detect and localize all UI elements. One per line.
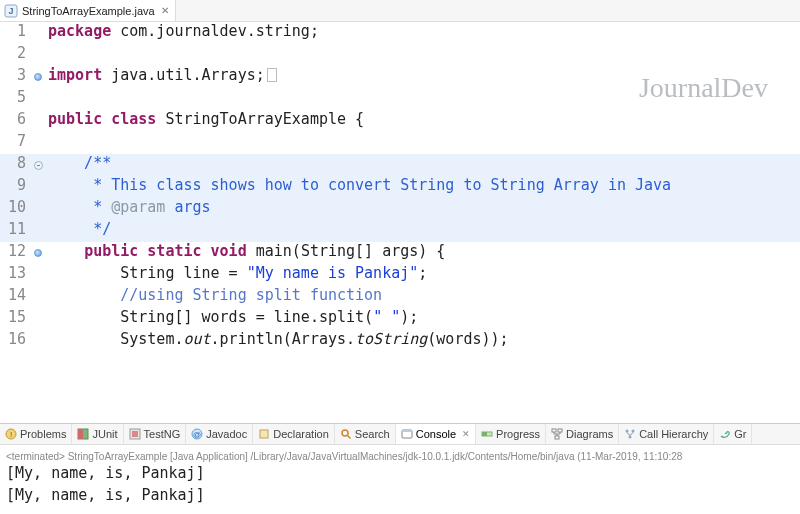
panel-tab-declaration[interactable]: Declaration bbox=[253, 424, 335, 444]
svg-point-10 bbox=[342, 430, 348, 436]
gutter-line-number: 13 bbox=[0, 264, 32, 286]
code-text: import java.util.Arrays; bbox=[44, 66, 800, 88]
svg-point-19 bbox=[626, 430, 629, 433]
gutter-marker bbox=[32, 330, 44, 352]
code-line[interactable]: 12 public static void main(String[] args… bbox=[0, 242, 800, 264]
panel-tab-console[interactable]: Console✕ bbox=[396, 424, 476, 444]
gutter-marker bbox=[32, 132, 44, 154]
gutter-line-number: 8 bbox=[0, 154, 32, 176]
panel-tab-label: JUnit bbox=[92, 428, 117, 440]
gutter-marker bbox=[32, 176, 44, 198]
code-line[interactable]: 5 bbox=[0, 88, 800, 110]
override-marker-icon bbox=[34, 249, 42, 257]
fold-icon[interactable] bbox=[34, 161, 43, 170]
console-line: [My, name, is, Pankaj] bbox=[6, 464, 794, 486]
panel-tab-label: Javadoc bbox=[206, 428, 247, 440]
java-file-icon: J bbox=[4, 4, 18, 18]
gutter-line-number: 9 bbox=[0, 176, 32, 198]
console-output[interactable]: [My, name, is, Pankaj][My, name, is, Pan… bbox=[0, 462, 800, 514]
override-marker-icon bbox=[34, 73, 42, 81]
diagrams-icon bbox=[551, 428, 563, 440]
junit-icon bbox=[77, 428, 89, 440]
panel-tab-label: Call Hierarchy bbox=[639, 428, 708, 440]
gutter-marker bbox=[32, 286, 44, 308]
gutter-line-number: 7 bbox=[0, 132, 32, 154]
code-line[interactable]: 2 bbox=[0, 44, 800, 66]
code-line[interactable]: 3import java.util.Arrays; bbox=[0, 66, 800, 88]
panel-tab-testng[interactable]: TestNG bbox=[124, 424, 187, 444]
code-line[interactable]: 14 //using String split function bbox=[0, 286, 800, 308]
gutter-marker bbox=[32, 110, 44, 132]
code-line[interactable]: 9 * This class shows how to convert Stri… bbox=[0, 176, 800, 198]
code-body: 1package com.journaldev.string;23import … bbox=[0, 22, 800, 352]
code-line[interactable]: 11 */ bbox=[0, 220, 800, 242]
search-icon bbox=[340, 428, 352, 440]
gradle-icon bbox=[719, 428, 731, 440]
close-icon[interactable]: ✕ bbox=[159, 5, 171, 16]
panel-tab-junit[interactable]: JUnit bbox=[72, 424, 123, 444]
console-line: [My, name, is, Pankaj] bbox=[6, 486, 794, 508]
panel-tab-label: Problems bbox=[20, 428, 66, 440]
code-line[interactable]: 6public class StringToArrayExample { bbox=[0, 110, 800, 132]
panel-tab-search[interactable]: Search bbox=[335, 424, 396, 444]
panel-tab-label: Console bbox=[416, 428, 456, 440]
svg-rect-15 bbox=[482, 432, 487, 436]
gutter-line-number: 6 bbox=[0, 110, 32, 132]
editor-tab-active[interactable]: J StringToArrayExample.java ✕ bbox=[0, 0, 176, 21]
code-text: * This class shows how to convert String… bbox=[44, 176, 800, 198]
progress-icon bbox=[481, 428, 493, 440]
gutter-marker bbox=[32, 264, 44, 286]
code-text: System.out.println(Arrays.toString(words… bbox=[44, 330, 800, 352]
gutter-line-number: 1 bbox=[0, 22, 32, 44]
panel-tab-label: TestNG bbox=[144, 428, 181, 440]
gutter-line-number: 12 bbox=[0, 242, 32, 264]
code-text: package com.journaldev.string; bbox=[44, 22, 800, 44]
gutter-marker bbox=[32, 22, 44, 44]
close-icon[interactable]: ✕ bbox=[462, 429, 470, 439]
panel-tab-callhierarchy[interactable]: Call Hierarchy bbox=[619, 424, 714, 444]
code-text bbox=[44, 44, 800, 66]
panel-tab-label: Search bbox=[355, 428, 390, 440]
gutter-marker bbox=[32, 220, 44, 242]
gutter-marker bbox=[32, 88, 44, 110]
panel-tab-diagrams[interactable]: Diagrams bbox=[546, 424, 619, 444]
folded-import-placeholder[interactable] bbox=[267, 68, 277, 82]
code-line[interactable]: 10 * @param args bbox=[0, 198, 800, 220]
code-text: String line = "My name is Pankaj"; bbox=[44, 264, 800, 286]
code-text bbox=[44, 88, 800, 110]
svg-point-21 bbox=[629, 436, 632, 439]
gutter-marker bbox=[32, 308, 44, 330]
svg-line-11 bbox=[347, 436, 350, 439]
gutter-line-number: 2 bbox=[0, 44, 32, 66]
gutter-line-number: 5 bbox=[0, 88, 32, 110]
code-line[interactable]: 8 /** bbox=[0, 154, 800, 176]
code-line[interactable]: 15 String[] words = line.split(" "); bbox=[0, 308, 800, 330]
panel-tab-javadoc[interactable]: @Javadoc bbox=[186, 424, 253, 444]
code-text: */ bbox=[44, 220, 800, 242]
code-line[interactable]: 1package com.journaldev.string; bbox=[0, 22, 800, 44]
svg-rect-18 bbox=[555, 436, 559, 439]
javadoc-icon: @ bbox=[191, 428, 203, 440]
problems-icon: ! bbox=[5, 428, 17, 440]
ide-window: J StringToArrayExample.java ✕ JournalDev… bbox=[0, 0, 800, 514]
code-text: //using String split function bbox=[44, 286, 800, 308]
panel-tab-problems[interactable]: !Problems bbox=[0, 424, 72, 444]
svg-rect-5 bbox=[78, 429, 83, 439]
editor-tabrow: J StringToArrayExample.java ✕ bbox=[0, 0, 800, 22]
code-line[interactable]: 7 bbox=[0, 132, 800, 154]
code-line[interactable]: 13 String line = "My name is Pankaj"; bbox=[0, 264, 800, 286]
gutter-marker bbox=[32, 154, 44, 176]
panel-tab-progress[interactable]: Progress bbox=[476, 424, 546, 444]
console-icon bbox=[401, 428, 413, 440]
declaration-icon bbox=[258, 428, 270, 440]
panel-tab-gradle[interactable]: Gr bbox=[714, 424, 752, 444]
code-line[interactable]: 16 System.out.println(Arrays.toString(wo… bbox=[0, 330, 800, 352]
panel-tab-label: Declaration bbox=[273, 428, 329, 440]
svg-rect-9 bbox=[260, 430, 268, 438]
code-text: * @param args bbox=[44, 198, 800, 220]
gutter-marker bbox=[32, 198, 44, 220]
console-status-line: <terminated> StringToArrayExample [Java … bbox=[0, 445, 800, 462]
svg-rect-13 bbox=[402, 430, 412, 432]
gutter-line-number: 15 bbox=[0, 308, 32, 330]
code-editor[interactable]: JournalDev 1package com.journaldev.strin… bbox=[0, 22, 800, 423]
